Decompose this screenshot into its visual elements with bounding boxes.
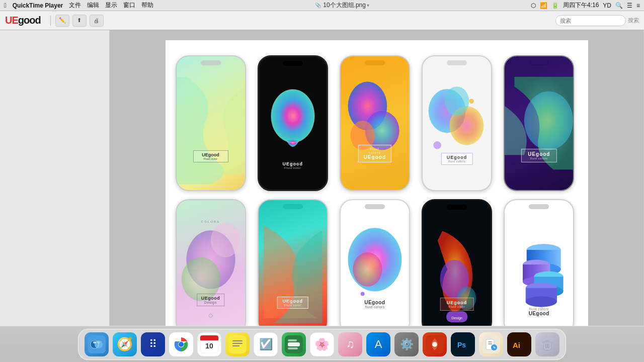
search-menubar-icon[interactable]: 🔍 (615, 2, 623, 9)
dock-calendar[interactable]: 10 (197, 332, 221, 356)
username: YD (603, 2, 611, 9)
dock-bar: 🧭 ⠿ 10 (0, 326, 644, 362)
dock-slidebox[interactable] (282, 332, 306, 356)
notification-icon[interactable]: ≡ (636, 2, 640, 9)
svg-point-10 (524, 92, 573, 150)
phone-4: UEgood fluid colors (422, 55, 492, 191)
toolbar-print-btn[interactable]: 🖨 (90, 15, 104, 27)
phone-9: UEgood Fluid color Design (422, 199, 492, 326)
svg-text:Ai: Ai (513, 341, 520, 349)
menubar-file[interactable]: 文件 (69, 1, 81, 10)
phone9-design-label: Design (446, 311, 467, 322)
menubar-app-name[interactable]: QuickTime Player (13, 2, 63, 9)
toolbar-edit-btn[interactable]: ✏️ (55, 15, 69, 27)
svg-text:Ps: Ps (457, 341, 466, 349)
svg-rect-46 (232, 343, 243, 344)
menubar-window[interactable]: 窗口 (123, 1, 135, 10)
toolbar-divider-1 (50, 16, 51, 26)
phone-1: UEgood Fluid color (176, 55, 246, 191)
dock-inner: 🧭 ⠿ 10 (78, 329, 566, 360)
bluetooth-icon: ⬡ (531, 2, 536, 9)
dock-arc[interactable] (423, 332, 447, 356)
phone-2: UEgood Fluid color (258, 55, 328, 191)
apple-icon[interactable]:  (4, 2, 7, 9)
phone-6: COLORS UEgood Design ◇ (176, 199, 246, 326)
phone-8: UEgood fluid colors (340, 199, 410, 326)
dock-appstore[interactable]: A (366, 332, 390, 356)
wifi-icon: 📶 (540, 2, 547, 9)
dock-finder[interactable] (85, 332, 109, 356)
svg-rect-67 (545, 340, 549, 341)
svg-rect-51 (288, 347, 298, 349)
menubar-view[interactable]: 显示 (105, 1, 117, 10)
search-label: 搜索 (628, 17, 639, 24)
dock-chrome[interactable] (169, 332, 193, 356)
menubar-right: ⬡ 📶 🔋 周四下午4:16 YD 🔍 ☰ ≡ (531, 1, 640, 10)
dock-notes[interactable] (225, 332, 250, 356)
phone8-label: UEgood fluid colors (364, 300, 385, 309)
dock-launchpad[interactable]: ⠿ (141, 332, 165, 356)
svg-point-35 (93, 341, 96, 343)
phone-10: fluid colors UEgood (504, 199, 574, 326)
battery-icon: 🔋 (551, 2, 559, 9)
svg-point-7 (445, 86, 469, 116)
svg-rect-42 (200, 338, 218, 340)
notch-5 (529, 60, 549, 65)
dock-itunes[interactable]: ♫ (338, 332, 362, 356)
sidebar (0, 30, 110, 326)
svg-point-53 (432, 342, 437, 347)
dock-preview[interactable] (479, 332, 503, 356)
dock-photos[interactable]: 🌸 (310, 332, 334, 356)
svg-rect-59 (488, 343, 492, 344)
notch-7 (283, 204, 303, 209)
phone10-label: fluid colors UEgood (529, 307, 549, 316)
phone-5: UEgood fluid colors (504, 55, 574, 191)
svg-point-9 (433, 141, 441, 149)
app-logo: UEgood (5, 15, 41, 26)
phone9-label: UEgood Fluid color (440, 298, 474, 311)
toolbar: UEgood ✏️ ⬆ 🖨 搜索 (0, 11, 644, 30)
notch-3 (365, 60, 385, 65)
phone7-label: UEgood Fluid color (277, 297, 308, 309)
svg-rect-49 (288, 342, 300, 346)
phone2-label: UEgood Fluid color (282, 161, 303, 169)
svg-point-15 (353, 252, 382, 287)
svg-rect-58 (488, 341, 492, 342)
app-body: UEgood Fluid color (0, 30, 644, 326)
phone1-label: UEgood Fluid color (193, 150, 228, 162)
search-input[interactable] (555, 15, 626, 26)
phone-grid: UEgood Fluid color (176, 55, 578, 326)
svg-rect-66 (542, 341, 552, 343)
menubar-edit[interactable]: 编辑 (87, 1, 99, 10)
svg-rect-44 (228, 335, 247, 353)
svg-point-39 (179, 342, 184, 347)
dock-safari[interactable]: 🧭 (113, 332, 137, 356)
dock-trash[interactable] (535, 332, 559, 356)
notch-6 (201, 204, 221, 209)
dock-reminders[interactable]: ☑️ (254, 332, 278, 356)
document-title: 10个大图组.png (323, 1, 366, 10)
notch-1 (201, 60, 221, 65)
phone5-label: UEgood fluid colors (521, 149, 556, 162)
svg-rect-50 (288, 339, 297, 341)
menubar-help[interactable]: 帮助 (141, 1, 153, 10)
svg-rect-47 (232, 345, 239, 346)
phone-3: fluid colors UEgood (340, 55, 410, 191)
dock-illustrator[interactable]: Ai (507, 332, 531, 356)
notch-9 (447, 205, 467, 210)
svg-point-16 (361, 292, 365, 296)
menubar:  QuickTime Player 文件 编辑 显示 窗口 帮助 📎 10个大… (0, 0, 644, 11)
svg-point-30 (526, 296, 557, 307)
toolbar-share-btn[interactable]: ⬆ (72, 15, 87, 27)
canvas-area[interactable]: UEgood Fluid color (110, 30, 643, 326)
clock: 周四下午4:16 (563, 1, 599, 10)
svg-rect-45 (232, 340, 243, 341)
dock-system-preferences[interactable]: ⚙️ (394, 332, 419, 356)
svg-point-36 (97, 341, 100, 343)
phone6-arrow: ◇ (208, 312, 213, 319)
svg-point-13 (211, 223, 240, 257)
notch-4 (447, 60, 467, 65)
svg-text:10: 10 (205, 342, 213, 350)
controlcenter-icon[interactable]: ☰ (627, 2, 632, 9)
dock-photoshop[interactable]: Ps (451, 332, 475, 356)
